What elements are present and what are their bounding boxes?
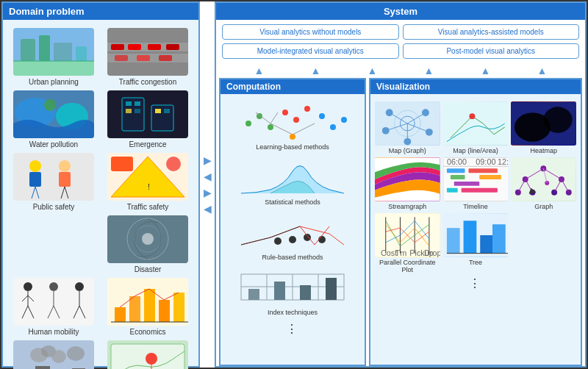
arrow-up-2: ▲	[311, 65, 321, 76]
economics-img	[107, 278, 188, 326]
svg-rect-66	[144, 289, 155, 322]
svg-point-99	[274, 237, 282, 245]
water-pollution-img	[13, 90, 94, 138]
svg-point-49	[24, 282, 32, 291]
svg-rect-172	[463, 221, 476, 253]
svg-point-87	[293, 117, 299, 123]
visual-analytics-assisted-btn[interactable]: Visual analytics-assisted models	[403, 24, 580, 40]
model-integrated-btn[interactable]: Model-integrated visual analytics	[222, 43, 399, 59]
comp-label: Learning-based methods	[256, 143, 329, 151]
svg-rect-141	[453, 182, 478, 186]
arrow-up-6: ▲	[537, 65, 548, 76]
list-item: 06:00 09:00 12:00	[443, 157, 509, 210]
arrow-left-1: ◀	[204, 171, 212, 182]
comp-label: Index techniques	[268, 309, 318, 316]
domain-label: Economics	[130, 328, 166, 336]
human-mobility-img	[13, 278, 94, 326]
emergence-img	[107, 90, 188, 138]
list-item: Index techniques	[226, 267, 359, 316]
svg-point-149	[551, 190, 557, 196]
domain-label: Water pollution	[29, 140, 78, 148]
list-item: Streamgraph	[375, 157, 440, 210]
system-buttons: Visual analytics without models Visual a…	[216, 20, 585, 63]
svg-rect-1	[21, 39, 35, 61]
svg-rect-23	[151, 105, 173, 131]
svg-rect-13	[166, 44, 179, 50]
svg-rect-22	[122, 98, 144, 131]
arrow-up-4: ▲	[424, 65, 434, 76]
svg-rect-5	[13, 61, 94, 76]
bottom-panels: Computation	[216, 78, 585, 366]
list-item: Rule-based methods	[226, 212, 359, 261]
list-item: Cost Tm Pickup Drop Parallel Coordinate …	[375, 213, 440, 273]
domain-label: Public safety	[33, 203, 75, 211]
visualization-dots: ⋮	[375, 276, 576, 290]
location-selection-img	[107, 340, 188, 369]
list-item: Graph	[511, 157, 576, 210]
svg-rect-144	[511, 157, 576, 201]
viz-label: Streamgraph	[388, 203, 426, 210]
learning-methods-img	[234, 101, 351, 142]
svg-rect-137	[447, 168, 465, 173]
svg-point-102	[318, 236, 326, 243]
list-item: Map (line/Area)	[443, 101, 509, 154]
comp-label: Statistical methods	[265, 198, 320, 206]
svg-text:Tm: Tm	[395, 248, 407, 257]
svg-point-31	[29, 160, 41, 172]
svg-rect-112	[326, 278, 337, 300]
arrow-right-2: ▶	[204, 187, 212, 198]
system-header: System	[216, 3, 585, 20]
svg-rect-7	[107, 28, 188, 76]
svg-rect-10	[111, 44, 124, 50]
viz-label: Timeline	[463, 203, 488, 210]
svg-rect-27	[135, 109, 140, 113]
svg-rect-109	[248, 289, 259, 300]
panel-separator: ▶ ◀ ▶ ◀	[200, 1, 215, 368]
public-safety-img	[13, 153, 94, 201]
svg-point-91	[341, 117, 347, 123]
comp-label: Rule-based methods	[262, 254, 323, 261]
svg-point-96	[290, 134, 295, 140]
svg-rect-98	[234, 212, 351, 252]
svg-point-47	[142, 233, 154, 245]
index-techniques-img	[234, 267, 351, 307]
domain-label: Disaster	[135, 265, 162, 273]
svg-text:12:00: 12:00	[498, 157, 509, 166]
svg-rect-110	[274, 282, 285, 300]
svg-rect-16	[159, 55, 172, 61]
svg-rect-174	[492, 224, 506, 253]
svg-point-59	[75, 282, 84, 291]
domain-label: Human mobility	[29, 328, 79, 336]
tree-img	[443, 213, 509, 257]
svg-point-35	[59, 160, 71, 172]
viz-label: Heatmap	[530, 147, 557, 154]
list-item: Learning-based methods	[226, 101, 359, 151]
svg-point-145	[541, 165, 547, 171]
list-item: Disaster	[103, 215, 193, 273]
timeline-img: 06:00 09:00 12:00	[443, 157, 509, 201]
svg-text:!: !	[148, 182, 150, 191]
viz-label: Graph	[534, 203, 553, 210]
svg-point-20	[44, 99, 56, 111]
svg-rect-2	[39, 35, 50, 61]
heatmap-img	[511, 101, 576, 146]
svg-rect-67	[159, 300, 170, 322]
computation-header: Computation	[220, 79, 365, 94]
list-item: Emergence	[103, 90, 193, 148]
disaster-img	[107, 215, 188, 263]
streamgraph-img	[375, 157, 440, 201]
svg-point-88	[304, 106, 310, 112]
svg-point-89	[319, 113, 325, 119]
rule-based-methods-img	[234, 212, 351, 252]
svg-text:06:00: 06:00	[447, 157, 467, 166]
domain-panel: Domain problem Urban planning	[1, 1, 200, 368]
svg-rect-29	[164, 109, 170, 113]
svg-rect-15	[137, 55, 150, 61]
post-model-btn[interactable]: Post-model visual analytics	[403, 43, 580, 59]
svg-rect-14	[115, 55, 128, 61]
svg-text:09:00: 09:00	[476, 157, 495, 166]
visual-analytics-no-models-btn[interactable]: Visual analytics without models	[222, 24, 399, 40]
list-item: ! Traffic safety	[103, 153, 193, 211]
graph-img	[511, 157, 576, 201]
domain-label: Emergence	[129, 140, 166, 148]
